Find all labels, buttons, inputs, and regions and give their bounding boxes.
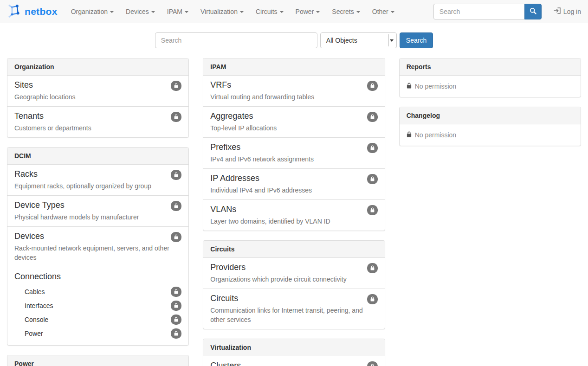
nav-item-label: Other <box>372 7 388 16</box>
no-permission-note: No permission <box>400 124 581 146</box>
nav-item-label: Organization <box>71 7 108 16</box>
item-description: Equipment racks, optionally organized by… <box>14 181 181 191</box>
nav-item-label: IPAM <box>167 7 182 16</box>
panel-item: VRFsVirtual routing and forwarding table… <box>203 76 384 106</box>
item-title[interactable]: Devices <box>14 231 44 241</box>
item-head: Clusters <box>210 361 377 366</box>
nav-item-label: Circuits <box>256 7 278 16</box>
item-head: Sites <box>14 80 181 92</box>
panel-item: ProvidersOrganizations which provide cir… <box>203 258 384 289</box>
nav-item-circuits[interactable]: Circuits <box>250 0 290 23</box>
panel-item: Device TypesPhysical hardware models by … <box>7 195 188 226</box>
item-head: Connections <box>14 272 181 284</box>
item-title[interactable]: Racks <box>14 169 38 179</box>
netbox-brand-link[interactable]: netbox <box>7 3 58 19</box>
nav-item-organization[interactable]: Organization <box>65 0 120 23</box>
panel-item: SitesGeographic locations <box>7 76 188 106</box>
sub-item-label[interactable]: Power <box>25 330 43 337</box>
login-link[interactable]: Log in <box>554 7 581 15</box>
lock-icon <box>370 175 375 183</box>
lock-icon <box>174 302 178 309</box>
nav-item-power[interactable]: Power <box>290 0 326 23</box>
chevron-down-icon <box>151 11 155 13</box>
panel-header: Reports <box>400 58 581 76</box>
lock-badge <box>367 263 378 273</box>
lock-icon <box>174 233 178 241</box>
panel-header: Organization <box>7 58 188 76</box>
nav-item-label: Power <box>296 7 314 16</box>
chevron-down-icon <box>280 11 284 13</box>
object-type-select[interactable]: All Objects <box>320 32 397 48</box>
lock-badge <box>171 328 181 339</box>
top-navbar: netbox OrganizationDevicesIPAMVirtualiza… <box>0 0 588 23</box>
lock-badge <box>171 201 181 211</box>
lock-badge <box>367 205 378 215</box>
item-description: Top-level IP allocations <box>210 123 377 133</box>
navbar-search-input[interactable] <box>433 4 524 19</box>
nav-item-label: Virtualization <box>200 7 238 16</box>
item-description: Customers or departments <box>14 123 181 133</box>
item-title[interactable]: VLANs <box>210 205 236 214</box>
panel: ChangelogNo permission <box>399 107 581 146</box>
item-description: Physical hardware models by manufacturer <box>14 212 181 222</box>
nav-item-virtualization[interactable]: Virtualization <box>194 0 250 23</box>
search-input[interactable] <box>155 32 317 48</box>
lock-icon <box>407 131 412 139</box>
panel-title: IPAM <box>210 63 226 71</box>
panel-item: TenantsCustomers or departments <box>7 106 188 137</box>
item-title[interactable]: Circuits <box>210 294 238 303</box>
panel: CircuitsProvidersOrganizations which pro… <box>203 240 385 329</box>
nav-item-other[interactable]: Other <box>366 0 401 23</box>
item-title[interactable]: VRFs <box>210 80 231 90</box>
lock-icon <box>174 113 178 121</box>
lock-icon <box>174 171 178 179</box>
sign-in-icon <box>554 7 561 15</box>
item-head: Prefixes <box>210 142 377 154</box>
nav-item-secrets[interactable]: Secrets <box>326 0 366 23</box>
sub-item-label[interactable]: Console <box>25 316 48 323</box>
item-description: Rack-mounted network equipment, servers,… <box>14 244 181 263</box>
panel-title: Reports <box>407 63 431 71</box>
lock-icon <box>370 363 375 366</box>
sub-item-row: Interfaces <box>14 299 181 313</box>
search-submit-button[interactable]: Search <box>400 32 433 48</box>
panel-header: Circuits <box>203 241 384 258</box>
panel-title: Power <box>14 360 34 366</box>
lock-icon <box>370 144 375 152</box>
item-head: Device Types <box>14 200 181 212</box>
lock-badge <box>171 301 181 311</box>
item-head: Providers <box>210 263 377 275</box>
lock-badge <box>367 294 378 304</box>
nav-item-label: Devices <box>126 7 149 16</box>
sub-item-label[interactable]: Cables <box>25 288 45 295</box>
navbar-search-button[interactable] <box>524 4 542 19</box>
sub-item-label[interactable]: Interfaces <box>25 302 53 309</box>
panel-item: AggregatesTop-level IP allocations <box>203 106 384 137</box>
chevron-down-icon <box>316 11 320 13</box>
item-title[interactable]: Providers <box>210 263 246 272</box>
lock-icon <box>370 82 375 90</box>
lock-badge <box>171 112 181 122</box>
item-title[interactable]: Tenants <box>14 111 44 121</box>
lock-icon <box>174 202 178 210</box>
navbar-right: Log in <box>433 4 581 19</box>
item-title[interactable]: Aggregates <box>210 111 253 121</box>
item-description: Communication links for Internet transit… <box>210 306 377 325</box>
no-permission-note: No permission <box>400 76 581 97</box>
lock-icon <box>370 295 375 303</box>
sub-item-row: Power <box>14 327 181 340</box>
item-description: Geographic locations <box>14 92 181 102</box>
item-title[interactable]: Sites <box>14 80 33 90</box>
item-title[interactable]: Device Types <box>14 200 65 210</box>
item-title[interactable]: Connections <box>14 272 61 282</box>
panel-header: IPAM <box>203 58 384 76</box>
column-middle: IPAMVRFsVirtual routing and forwarding t… <box>196 58 392 366</box>
item-title[interactable]: Prefixes <box>210 142 240 152</box>
panel: VirtualizationClusters <box>203 339 385 366</box>
lock-icon <box>407 83 412 90</box>
item-title[interactable]: IP Addresses <box>210 173 259 183</box>
nav-item-ipam[interactable]: IPAM <box>161 0 194 23</box>
nav-item-devices[interactable]: Devices <box>120 0 161 23</box>
panel-item: ConnectionsCablesInterfacesConsolePower <box>7 267 188 345</box>
item-title[interactable]: Clusters <box>210 361 241 366</box>
